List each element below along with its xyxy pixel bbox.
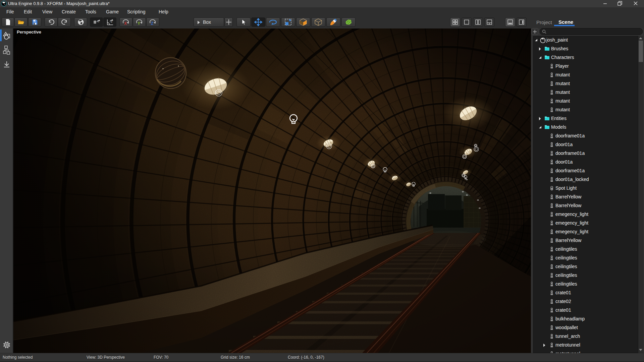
svg-text:2: 2	[98, 19, 99, 23]
svg-text:2: 2	[111, 20, 112, 23]
svg-text:X: X	[124, 21, 127, 26]
svg-text:Z: Z	[151, 21, 153, 26]
svg-text:Y: Y	[138, 21, 140, 26]
